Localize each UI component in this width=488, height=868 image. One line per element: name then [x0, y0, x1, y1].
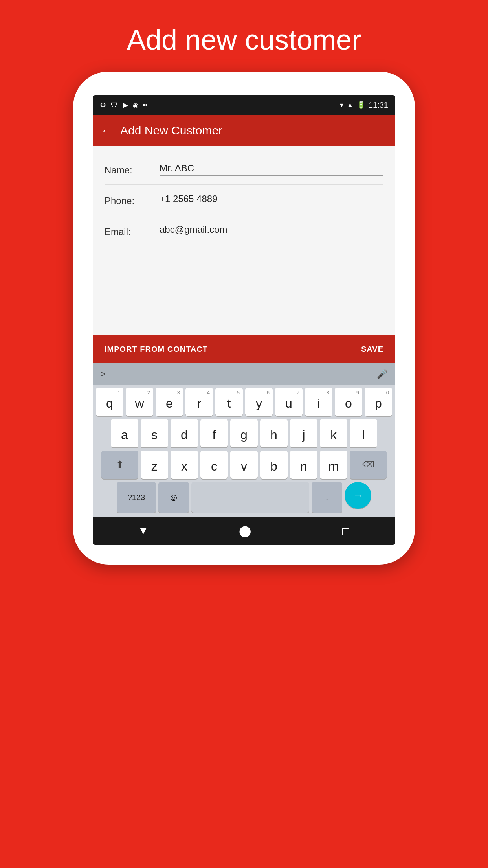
import-contact-button[interactable]: IMPORT FROM CONTACT [105, 345, 208, 354]
key-x[interactable]: x [171, 451, 198, 479]
wifi-icon: ▾ [340, 101, 343, 109]
email-field-row: Email: abc@gmail.com [105, 215, 383, 246]
key-i[interactable]: 8i [305, 388, 332, 416]
key-c[interactable]: c [200, 451, 228, 479]
name-input[interactable]: Mr. ABC [160, 163, 383, 176]
shield-icon: 🛡 [111, 101, 118, 109]
nav-home-icon[interactable]: ⬤ [239, 524, 251, 537]
key-f[interactable]: f [200, 419, 228, 447]
key-m[interactable]: m [320, 451, 347, 479]
back-button[interactable]: ← [101, 124, 112, 137]
key-n[interactable]: n [290, 451, 317, 479]
signal-icon: ▲ [347, 101, 354, 109]
key-r[interactable]: 4r [185, 388, 213, 416]
shift-key[interactable]: ⬆ [101, 451, 138, 479]
keyboard-row-3: ⬆ z x c v b n m ⌫ [94, 451, 394, 479]
key-w[interactable]: 2w [126, 388, 153, 416]
battery-icon: 🔋 [357, 101, 365, 109]
save-button[interactable]: SAVE [361, 345, 383, 354]
page-title: Add new customer [127, 24, 361, 56]
key-b[interactable]: b [260, 451, 288, 479]
keyboard-row-2: a s d f g h j k l [94, 419, 394, 447]
keyboard-toolbar: > 🎤 [93, 363, 395, 385]
key-h[interactable]: h [260, 419, 288, 447]
status-icons-right: ▾ ▲ 🔋 11:31 [340, 101, 388, 110]
name-field-row: Name: Mr. ABC [105, 154, 383, 185]
voice-input-button[interactable]: 🎤 [377, 369, 387, 379]
settings-icon: ⚙ [100, 101, 106, 109]
form-area: Name: Mr. ABC Phone: +1 2565 4889 Email:… [93, 146, 395, 335]
phone-input[interactable]: +1 2565 4889 [160, 193, 383, 206]
key-t[interactable]: 5t [215, 388, 243, 416]
keyboard: > 🎤 1q 2w 3e 4r 5t 6y 7u 8i 9o 0p [93, 363, 395, 517]
num-mode-label: ?123 [128, 493, 145, 502]
key-d[interactable]: d [171, 419, 198, 447]
key-y[interactable]: 6y [245, 388, 273, 416]
key-j[interactable]: j [290, 419, 317, 447]
space-key[interactable] [191, 482, 309, 513]
nav-bar: ▼ ⬤ ◻ [93, 517, 395, 545]
key-e[interactable]: 3e [156, 388, 183, 416]
key-s[interactable]: s [141, 419, 168, 447]
action-bar: IMPORT FROM CONTACT SAVE [93, 335, 395, 363]
key-u[interactable]: 7u [275, 388, 303, 416]
key-q[interactable]: 1q [96, 388, 123, 416]
phone-label: Phone: [105, 195, 160, 206]
status-icons-left: ⚙ 🛡 ▶ ◉ ▪▪ [100, 101, 147, 109]
keyboard-row-bottom: ?123 ☺ . → [94, 482, 394, 513]
key-k[interactable]: k [320, 419, 347, 447]
backspace-key[interactable]: ⌫ [350, 451, 387, 479]
name-label: Name: [105, 165, 160, 176]
keyboard-expand-button[interactable]: > [101, 369, 106, 379]
email-label: Email: [105, 226, 160, 237]
app-bar-title: Add New Customer [120, 124, 222, 137]
key-o[interactable]: 9o [335, 388, 362, 416]
key-a[interactable]: a [111, 419, 138, 447]
enter-key[interactable]: → [345, 482, 371, 509]
nav-recent-icon[interactable]: ◻ [341, 524, 350, 537]
status-bar: ⚙ 🛡 ▶ ◉ ▪▪ ▾ ▲ 🔋 11:31 [93, 95, 395, 115]
period-key[interactable]: . [312, 482, 342, 513]
status-time: 11:31 [369, 101, 388, 110]
sd-icon: ▪▪ [143, 101, 147, 108]
key-z[interactable]: z [141, 451, 168, 479]
key-l[interactable]: l [350, 419, 377, 447]
phone-screen: ⚙ 🛡 ▶ ◉ ▪▪ ▾ ▲ 🔋 11:31 ← Add New Custome… [93, 95, 395, 545]
key-v[interactable]: v [230, 451, 258, 479]
phone-field-row: Phone: +1 2565 4889 [105, 185, 383, 215]
phone-device: ⚙ 🛡 ▶ ◉ ▪▪ ▾ ▲ 🔋 11:31 ← Add New Custome… [73, 72, 415, 565]
emoji-key[interactable]: ☺ [158, 482, 189, 513]
key-g[interactable]: g [230, 419, 258, 447]
emoji-label: ☺ [169, 491, 179, 504]
keyboard-row-1: 1q 2w 3e 4r 5t 6y 7u 8i 9o 0p [94, 388, 394, 416]
keyboard-rows: 1q 2w 3e 4r 5t 6y 7u 8i 9o 0p a s d f [93, 385, 395, 517]
email-input[interactable]: abc@gmail.com [160, 224, 383, 237]
nav-back-icon[interactable]: ▼ [138, 524, 149, 537]
app-bar: ← Add New Customer [93, 115, 395, 146]
circle-icon: ◉ [133, 101, 138, 109]
num-mode-key[interactable]: ?123 [117, 482, 156, 513]
play-icon: ▶ [123, 101, 128, 109]
period-label: . [326, 492, 328, 503]
key-p[interactable]: 0p [365, 388, 392, 416]
